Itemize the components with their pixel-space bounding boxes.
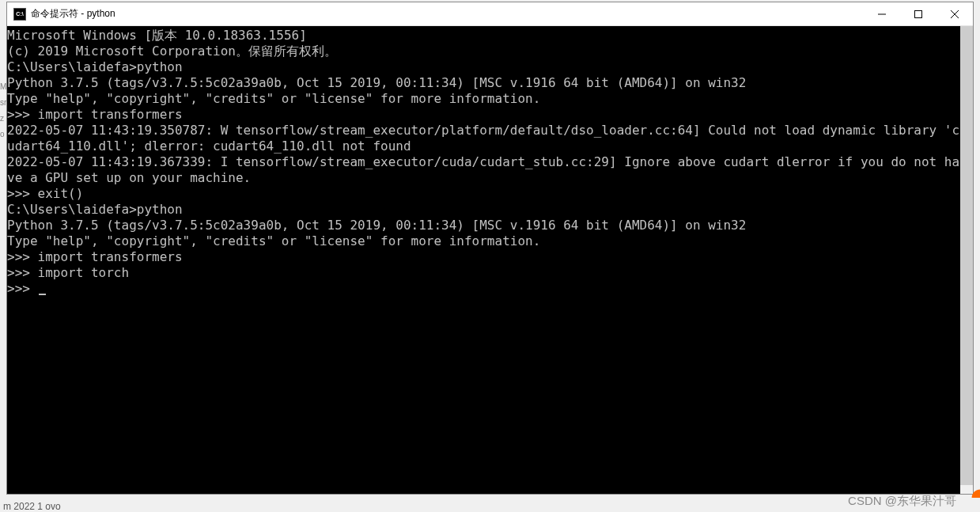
terminal-line: C:\Users\laidefa>python — [7, 202, 960, 218]
cursor — [39, 294, 46, 295]
corner-decoration — [964, 482, 980, 498]
terminal-line: Type "help", "copyright", "credits" or "… — [7, 91, 960, 107]
terminal-line: 2022-05-07 11:43:19.367339: I tensorflow… — [7, 154, 960, 186]
terminal-line: >>> import transformers — [7, 249, 960, 265]
terminal-output[interactable]: Microsoft Windows [版本 10.0.18363.1556](c… — [7, 26, 960, 494]
minimize-button[interactable] — [864, 2, 900, 25]
terminal-line: >>> — [7, 281, 960, 297]
maximize-icon — [914, 10, 922, 18]
command-prompt-window: C:\ 命令提示符 - python Microsoft Windows [版本… — [6, 2, 974, 495]
watermark-text: CSDN @东华果汁哥 — [848, 494, 956, 509]
vertical-scrollbar[interactable] — [960, 26, 973, 494]
terminal-line: C:\Users\laidefa>python — [7, 59, 960, 75]
terminal-line: Microsoft Windows [版本 10.0.18363.1556] — [7, 28, 960, 44]
terminal-line: Python 3.7.5 (tags/v3.7.5:5c02a39a0b, Oc… — [7, 75, 960, 91]
bottom-partial-text: m 2022 1 ovo — [3, 501, 61, 512]
terminal-line: Python 3.7.5 (tags/v3.7.5:5c02a39a0b, Oc… — [7, 218, 960, 233]
titlebar[interactable]: C:\ 命令提示符 - python — [7, 2, 973, 26]
close-icon — [951, 10, 959, 18]
maximize-button[interactable] — [900, 2, 936, 25]
terminal-line: >>> import transformers — [7, 107, 960, 123]
svg-rect-1 — [915, 10, 922, 17]
terminal-line: Type "help", "copyright", "credits" or "… — [7, 233, 960, 249]
minimize-icon — [878, 10, 886, 18]
terminal-area: Microsoft Windows [版本 10.0.18363.1556](c… — [7, 26, 973, 494]
window-controls — [864, 2, 973, 25]
terminal-line: 2022-05-07 11:43:19.350787: W tensorflow… — [7, 123, 960, 154]
terminal-line: >>> exit() — [7, 186, 960, 202]
window-title: 命令提示符 - python — [31, 7, 864, 21]
close-button[interactable] — [936, 2, 973, 25]
scrollbar-thumb[interactable] — [960, 26, 973, 485]
terminal-line: >>> import torch — [7, 265, 960, 281]
terminal-line: (c) 2019 Microsoft Corporation。保留所有权利。 — [7, 44, 960, 59]
cmd-icon: C:\ — [13, 8, 26, 21]
